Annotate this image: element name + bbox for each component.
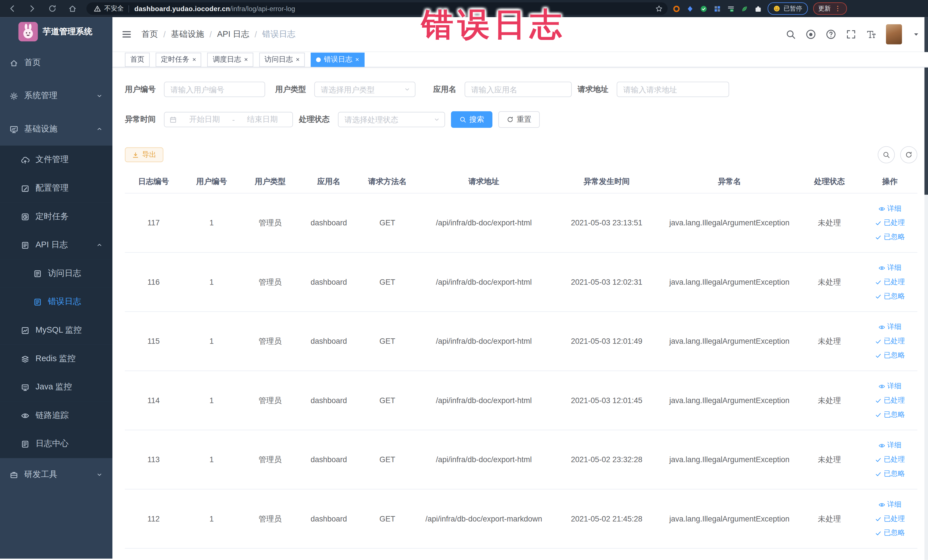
table-row[interactable]: 113 1 管理员 dashboard GET /api/infra/db-do…: [125, 430, 917, 489]
address-bar[interactable]: 不安全 dashboard.yudao.iocoder.cn/infra/log…: [87, 2, 667, 15]
table-row[interactable]: 115 1 管理员 dashboard GET /api/infra/db-do…: [125, 312, 917, 371]
browser-back-icon[interactable]: [6, 3, 18, 14]
font-size-icon[interactable]: [866, 29, 876, 40]
export-button[interactable]: 导出: [125, 148, 163, 162]
mark-ignored-link[interactable]: 已忽略: [875, 232, 905, 242]
view-tab[interactable]: 访问日志: [259, 52, 305, 67]
browser-forward-icon[interactable]: [26, 3, 38, 14]
view-tab[interactable]: 首页: [125, 52, 150, 67]
reset-button[interactable]: 重置: [498, 111, 540, 128]
table-row[interactable]: 114 1 管理员 dashboard GET /api/infra/db-do…: [125, 371, 917, 430]
upload-icon: [21, 156, 30, 164]
close-icon[interactable]: [296, 56, 299, 63]
table-row[interactable]: 117 1 管理员 dashboard GET /api/infra/db-do…: [125, 194, 917, 252]
mark-processed-link[interactable]: 已处理: [875, 455, 905, 464]
avatar-caret-down-icon[interactable]: [913, 31, 920, 38]
breadcrumb-item[interactable]: 基础设施 /: [171, 29, 217, 40]
close-icon[interactable]: [355, 56, 359, 63]
github-icon[interactable]: [806, 29, 816, 40]
mark-processed-link[interactable]: 已处理: [875, 277, 905, 287]
user-id-input[interactable]: [164, 82, 265, 97]
view-tab[interactable]: 定时任务: [156, 52, 202, 67]
hamburger-icon[interactable]: [121, 29, 132, 40]
date-range-picker[interactable]: 开始日期 - 结束日期: [164, 112, 293, 127]
cell-log-id: 115: [125, 337, 182, 345]
sidebar-item[interactable]: 访问日志: [0, 259, 112, 288]
hide-search-button[interactable]: [878, 146, 895, 163]
browser-menu-kebab-icon[interactable]: [833, 5, 841, 12]
mark-ignored-link[interactable]: 已忽略: [875, 528, 905, 538]
sidebar-item[interactable]: 日志中心: [0, 430, 112, 458]
user-avatar[interactable]: [886, 24, 902, 44]
help-icon[interactable]: [826, 29, 836, 40]
search-button[interactable]: 搜索: [451, 111, 492, 128]
mark-ignored-link[interactable]: 已忽略: [875, 350, 905, 360]
page-scrollbar[interactable]: [925, 17, 928, 560]
request-url-input[interactable]: [617, 82, 729, 97]
extension-toggle-icon[interactable]: on: [727, 5, 735, 13]
paused-badge[interactable]: 已暂停: [768, 2, 807, 15]
check-icon: [875, 411, 882, 418]
mark-ignored-link[interactable]: 已忽略: [875, 410, 905, 420]
scrollbar-thumb[interactable]: [925, 17, 928, 195]
user-type-select[interactable]: [314, 82, 416, 97]
chevron-up-icon: [96, 125, 103, 133]
detail-link[interactable]: 详细: [878, 204, 902, 214]
sidebar-item[interactable]: MySQL 监控: [0, 316, 112, 345]
bookmark-star-icon[interactable]: [655, 5, 663, 12]
mark-processed-link[interactable]: 已处理: [875, 218, 905, 227]
mark-processed-link[interactable]: 已处理: [875, 395, 905, 405]
column-header: 用户类型: [241, 176, 299, 187]
breadcrumb-item[interactable]: API 日志 /: [217, 29, 262, 40]
extension-green-icon[interactable]: [699, 5, 708, 13]
extension-drop-icon[interactable]: [686, 5, 694, 13]
detail-link[interactable]: 详细: [878, 381, 902, 391]
screen: 不安全 dashboard.yudao.iocoder.cn/infra/log…: [0, 0, 928, 560]
sidebar-item[interactable]: 首页: [0, 46, 112, 79]
sidebar-item[interactable]: Redis 监控: [0, 344, 112, 373]
fullscreen-icon[interactable]: [846, 29, 856, 40]
sidebar-item[interactable]: 配置管理: [0, 174, 112, 203]
browser-home-icon[interactable]: [66, 3, 78, 14]
extension-orange-icon[interactable]: [672, 5, 681, 13]
cell-log-id: 117: [125, 218, 182, 227]
breadcrumb-item[interactable]: 首页 /: [142, 29, 171, 40]
table-row[interactable]: 112 1 管理员 dashboard GET /api/infra/db-do…: [125, 490, 917, 549]
cell-request-url: /api/infra/db-doc/export-markdown: [417, 514, 551, 523]
sidebar-item[interactable]: 研发工具: [0, 458, 112, 491]
mark-processed-link[interactable]: 已处理: [875, 514, 905, 524]
mark-processed-link[interactable]: 已处理: [875, 336, 905, 346]
process-status-select[interactable]: [338, 112, 445, 127]
sidebar-item[interactable]: 基础设施: [0, 112, 112, 145]
mark-ignored-link[interactable]: 已忽略: [875, 469, 905, 479]
sidebar-item[interactable]: API 日志: [0, 231, 112, 259]
extension-grid-icon[interactable]: [713, 5, 722, 13]
mark-ignored-link[interactable]: 已忽略: [875, 291, 905, 301]
extensions-puzzle-icon[interactable]: [754, 5, 762, 13]
close-icon[interactable]: [244, 56, 248, 63]
detail-link[interactable]: 详细: [878, 263, 902, 273]
detail-link[interactable]: 详细: [878, 441, 902, 450]
view-tab[interactable]: 错误日志: [311, 52, 365, 67]
sidebar-item[interactable]: 错误日志: [0, 288, 112, 316]
sidebar-item[interactable]: 文件管理: [0, 145, 112, 174]
detail-link[interactable]: 详细: [878, 499, 902, 510]
search-icon[interactable]: [785, 29, 796, 40]
sidebar-item[interactable]: 链路追踪: [0, 401, 112, 430]
view-tab[interactable]: 调度日志: [208, 52, 253, 67]
browser-reload-icon[interactable]: [46, 3, 58, 14]
update-button[interactable]: 更新: [813, 2, 846, 15]
refresh-table-button[interactable]: [900, 146, 917, 163]
column-header: 应用名: [299, 176, 358, 187]
detail-link[interactable]: 详细: [878, 322, 902, 332]
extension-leaf-icon[interactable]: [740, 5, 749, 13]
sidebar-item[interactable]: 定时任务: [0, 203, 112, 231]
breadcrumb-item[interactable]: 错误日志 /: [262, 29, 295, 40]
sidebar-item[interactable]: 系统管理: [0, 79, 112, 112]
app-name-input[interactable]: [465, 82, 572, 97]
table-row[interactable]: 116 1 管理员 dashboard GET /api/infra/db-do…: [125, 253, 917, 312]
url-host: dashboard.yudao.iocoder.cn: [134, 5, 230, 12]
chevron-up-icon: [96, 241, 103, 249]
sidebar-item[interactable]: Java 监控: [0, 373, 112, 401]
close-icon[interactable]: [192, 56, 196, 63]
